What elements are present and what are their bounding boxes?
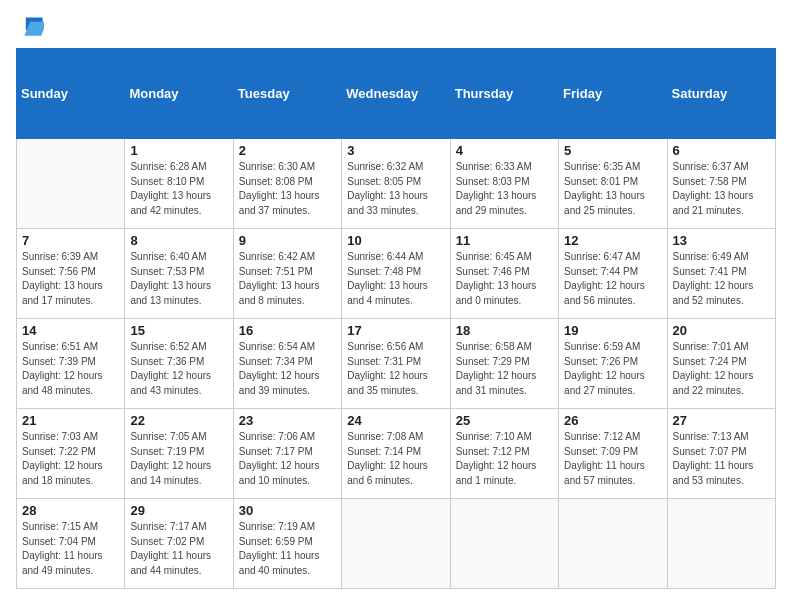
day-info: Sunrise: 6:32 AM Sunset: 8:05 PM Dayligh…	[347, 160, 444, 218]
day-number: 5	[564, 143, 661, 158]
day-info: Sunrise: 7:05 AM Sunset: 7:19 PM Dayligh…	[130, 430, 227, 488]
day-number: 9	[239, 233, 336, 248]
col-header-sunday: Sunday	[17, 49, 125, 139]
calendar-cell	[17, 139, 125, 229]
logo-icon	[16, 16, 44, 40]
day-number: 8	[130, 233, 227, 248]
calendar-cell: 17Sunrise: 6:56 AM Sunset: 7:31 PM Dayli…	[342, 319, 450, 409]
day-info: Sunrise: 6:52 AM Sunset: 7:36 PM Dayligh…	[130, 340, 227, 398]
day-info: Sunrise: 7:01 AM Sunset: 7:24 PM Dayligh…	[673, 340, 770, 398]
day-info: Sunrise: 6:42 AM Sunset: 7:51 PM Dayligh…	[239, 250, 336, 308]
week-row-5: 28Sunrise: 7:15 AM Sunset: 7:04 PM Dayli…	[17, 499, 776, 589]
day-number: 18	[456, 323, 553, 338]
day-number: 15	[130, 323, 227, 338]
day-info: Sunrise: 6:33 AM Sunset: 8:03 PM Dayligh…	[456, 160, 553, 218]
day-number: 12	[564, 233, 661, 248]
page-header	[16, 16, 776, 40]
calendar-cell: 5Sunrise: 6:35 AM Sunset: 8:01 PM Daylig…	[559, 139, 667, 229]
calendar-cell: 21Sunrise: 7:03 AM Sunset: 7:22 PM Dayli…	[17, 409, 125, 499]
calendar-cell: 1Sunrise: 6:28 AM Sunset: 8:10 PM Daylig…	[125, 139, 233, 229]
day-number: 4	[456, 143, 553, 158]
day-info: Sunrise: 6:35 AM Sunset: 8:01 PM Dayligh…	[564, 160, 661, 218]
calendar-cell: 14Sunrise: 6:51 AM Sunset: 7:39 PM Dayli…	[17, 319, 125, 409]
day-info: Sunrise: 6:59 AM Sunset: 7:26 PM Dayligh…	[564, 340, 661, 398]
day-number: 3	[347, 143, 444, 158]
calendar-cell: 29Sunrise: 7:17 AM Sunset: 7:02 PM Dayli…	[125, 499, 233, 589]
day-number: 13	[673, 233, 770, 248]
day-number: 19	[564, 323, 661, 338]
calendar-cell: 18Sunrise: 6:58 AM Sunset: 7:29 PM Dayli…	[450, 319, 558, 409]
calendar-cell: 6Sunrise: 6:37 AM Sunset: 7:58 PM Daylig…	[667, 139, 775, 229]
day-number: 23	[239, 413, 336, 428]
calendar-cell: 22Sunrise: 7:05 AM Sunset: 7:19 PM Dayli…	[125, 409, 233, 499]
col-header-friday: Friday	[559, 49, 667, 139]
calendar-cell: 24Sunrise: 7:08 AM Sunset: 7:14 PM Dayli…	[342, 409, 450, 499]
day-number: 26	[564, 413, 661, 428]
day-info: Sunrise: 6:39 AM Sunset: 7:56 PM Dayligh…	[22, 250, 119, 308]
day-number: 1	[130, 143, 227, 158]
calendar-cell: 12Sunrise: 6:47 AM Sunset: 7:44 PM Dayli…	[559, 229, 667, 319]
day-info: Sunrise: 7:06 AM Sunset: 7:17 PM Dayligh…	[239, 430, 336, 488]
calendar-cell: 26Sunrise: 7:12 AM Sunset: 7:09 PM Dayli…	[559, 409, 667, 499]
day-number: 27	[673, 413, 770, 428]
day-info: Sunrise: 7:17 AM Sunset: 7:02 PM Dayligh…	[130, 520, 227, 578]
day-number: 20	[673, 323, 770, 338]
day-info: Sunrise: 6:30 AM Sunset: 8:08 PM Dayligh…	[239, 160, 336, 218]
week-row-3: 14Sunrise: 6:51 AM Sunset: 7:39 PM Dayli…	[17, 319, 776, 409]
day-info: Sunrise: 7:12 AM Sunset: 7:09 PM Dayligh…	[564, 430, 661, 488]
calendar-cell: 16Sunrise: 6:54 AM Sunset: 7:34 PM Dayli…	[233, 319, 341, 409]
day-info: Sunrise: 6:58 AM Sunset: 7:29 PM Dayligh…	[456, 340, 553, 398]
day-info: Sunrise: 6:56 AM Sunset: 7:31 PM Dayligh…	[347, 340, 444, 398]
day-info: Sunrise: 7:15 AM Sunset: 7:04 PM Dayligh…	[22, 520, 119, 578]
day-info: Sunrise: 7:19 AM Sunset: 6:59 PM Dayligh…	[239, 520, 336, 578]
day-number: 6	[673, 143, 770, 158]
calendar-cell: 4Sunrise: 6:33 AM Sunset: 8:03 PM Daylig…	[450, 139, 558, 229]
calendar-cell	[342, 499, 450, 589]
day-number: 22	[130, 413, 227, 428]
day-number: 24	[347, 413, 444, 428]
week-row-2: 7Sunrise: 6:39 AM Sunset: 7:56 PM Daylig…	[17, 229, 776, 319]
col-header-monday: Monday	[125, 49, 233, 139]
day-number: 7	[22, 233, 119, 248]
calendar-table: SundayMondayTuesdayWednesdayThursdayFrid…	[16, 48, 776, 589]
day-info: Sunrise: 6:40 AM Sunset: 7:53 PM Dayligh…	[130, 250, 227, 308]
calendar-cell: 11Sunrise: 6:45 AM Sunset: 7:46 PM Dayli…	[450, 229, 558, 319]
calendar-cell: 25Sunrise: 7:10 AM Sunset: 7:12 PM Dayli…	[450, 409, 558, 499]
day-number: 11	[456, 233, 553, 248]
week-row-4: 21Sunrise: 7:03 AM Sunset: 7:22 PM Dayli…	[17, 409, 776, 499]
col-header-saturday: Saturday	[667, 49, 775, 139]
day-info: Sunrise: 6:49 AM Sunset: 7:41 PM Dayligh…	[673, 250, 770, 308]
day-info: Sunrise: 6:37 AM Sunset: 7:58 PM Dayligh…	[673, 160, 770, 218]
day-number: 30	[239, 503, 336, 518]
day-number: 29	[130, 503, 227, 518]
day-info: Sunrise: 7:08 AM Sunset: 7:14 PM Dayligh…	[347, 430, 444, 488]
calendar-cell: 2Sunrise: 6:30 AM Sunset: 8:08 PM Daylig…	[233, 139, 341, 229]
day-info: Sunrise: 7:13 AM Sunset: 7:07 PM Dayligh…	[673, 430, 770, 488]
col-header-wednesday: Wednesday	[342, 49, 450, 139]
calendar-cell: 10Sunrise: 6:44 AM Sunset: 7:48 PM Dayli…	[342, 229, 450, 319]
calendar-cell: 13Sunrise: 6:49 AM Sunset: 7:41 PM Dayli…	[667, 229, 775, 319]
day-info: Sunrise: 6:54 AM Sunset: 7:34 PM Dayligh…	[239, 340, 336, 398]
day-info: Sunrise: 6:51 AM Sunset: 7:39 PM Dayligh…	[22, 340, 119, 398]
day-info: Sunrise: 7:10 AM Sunset: 7:12 PM Dayligh…	[456, 430, 553, 488]
calendar-cell: 19Sunrise: 6:59 AM Sunset: 7:26 PM Dayli…	[559, 319, 667, 409]
day-info: Sunrise: 6:44 AM Sunset: 7:48 PM Dayligh…	[347, 250, 444, 308]
calendar-cell: 28Sunrise: 7:15 AM Sunset: 7:04 PM Dayli…	[17, 499, 125, 589]
calendar-cell: 15Sunrise: 6:52 AM Sunset: 7:36 PM Dayli…	[125, 319, 233, 409]
week-row-1: 1Sunrise: 6:28 AM Sunset: 8:10 PM Daylig…	[17, 139, 776, 229]
calendar-cell: 23Sunrise: 7:06 AM Sunset: 7:17 PM Dayli…	[233, 409, 341, 499]
calendar-cell	[559, 499, 667, 589]
calendar-cell: 8Sunrise: 6:40 AM Sunset: 7:53 PM Daylig…	[125, 229, 233, 319]
logo	[16, 16, 48, 40]
day-info: Sunrise: 6:45 AM Sunset: 7:46 PM Dayligh…	[456, 250, 553, 308]
day-number: 2	[239, 143, 336, 158]
day-number: 25	[456, 413, 553, 428]
calendar-cell	[667, 499, 775, 589]
calendar-cell: 20Sunrise: 7:01 AM Sunset: 7:24 PM Dayli…	[667, 319, 775, 409]
day-number: 14	[22, 323, 119, 338]
calendar-cell: 30Sunrise: 7:19 AM Sunset: 6:59 PM Dayli…	[233, 499, 341, 589]
calendar-cell: 27Sunrise: 7:13 AM Sunset: 7:07 PM Dayli…	[667, 409, 775, 499]
day-number: 17	[347, 323, 444, 338]
day-number: 16	[239, 323, 336, 338]
day-number: 10	[347, 233, 444, 248]
